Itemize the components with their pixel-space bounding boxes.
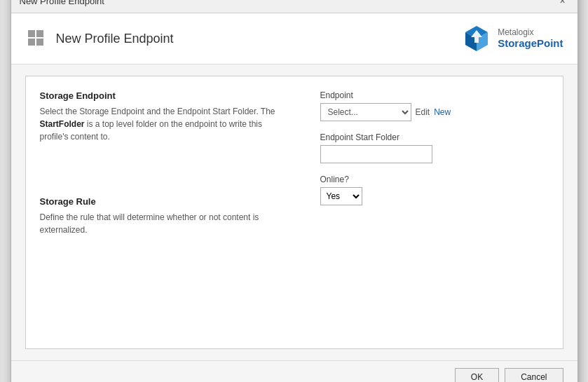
endpoint-start-folder-field-group: Endpoint Start Folder xyxy=(320,132,549,163)
brand-text: Metalogix StoragePoint xyxy=(498,27,563,50)
close-button[interactable]: × xyxy=(556,0,569,7)
storage-endpoint-section: Storage Endpoint Select the Storage Endp… xyxy=(40,90,292,143)
endpoint-label: Endpoint xyxy=(320,90,549,100)
dialog-header: New Profile Endpoint Metalogix StoragePo… xyxy=(11,13,577,64)
endpoint-row: Select... Edit New xyxy=(320,103,549,121)
new-profile-endpoint-dialog: New Profile Endpoint × New Profile Endpo… xyxy=(11,0,578,382)
title-bar: New Profile Endpoint × xyxy=(11,0,577,13)
online-label: Online? xyxy=(320,175,549,184)
new-link[interactable]: New xyxy=(434,107,451,117)
start-folder-bold: StartFolder xyxy=(40,119,85,129)
brand-name: Metalogix xyxy=(498,27,563,37)
title-bar-text: New Profile Endpoint xyxy=(20,0,104,6)
endpoint-select[interactable]: Select... xyxy=(320,103,411,121)
svg-rect-0 xyxy=(28,30,35,37)
dialog-header-icon xyxy=(25,27,48,50)
svg-rect-1 xyxy=(36,30,43,37)
dialog-header-left: New Profile Endpoint xyxy=(25,27,174,50)
online-field-group: Online? Yes No xyxy=(320,175,549,205)
endpoint-field-group: Endpoint Select... Edit New xyxy=(320,90,549,121)
content-box: Storage Endpoint Select the Storage Endp… xyxy=(25,76,563,349)
brand-logo: Metalogix StoragePoint xyxy=(461,23,563,54)
svg-rect-3 xyxy=(36,39,43,46)
edit-link[interactable]: Edit xyxy=(416,107,430,117)
dialog-title: New Profile Endpoint xyxy=(56,32,174,46)
desc-text-1: Select the Storage Endpoint and the Endp… xyxy=(40,107,275,116)
endpoint-start-folder-input[interactable] xyxy=(320,145,432,163)
cancel-button[interactable]: Cancel xyxy=(505,368,563,382)
online-select[interactable]: Yes No xyxy=(320,187,362,205)
storage-rule-title: Storage Rule xyxy=(40,196,292,207)
right-panel: Endpoint Select... Edit New Endpoint Sta… xyxy=(320,90,549,334)
ok-button[interactable]: OK xyxy=(455,368,499,382)
storage-endpoint-title: Storage Endpoint xyxy=(40,90,292,101)
svg-rect-2 xyxy=(28,39,35,46)
brand-cube-icon xyxy=(461,23,492,54)
dialog-footer: OK Cancel xyxy=(11,360,577,382)
svg-rect-9 xyxy=(474,37,479,43)
left-panel: Storage Endpoint Select the Storage Endp… xyxy=(40,90,292,334)
brand-product: StoragePoint xyxy=(498,37,563,50)
endpoint-start-folder-label: Endpoint Start Folder xyxy=(320,132,549,142)
storage-rule-desc: Define the rule that will determine whet… xyxy=(40,211,278,236)
storage-endpoint-desc: Select the Storage Endpoint and the Endp… xyxy=(40,105,278,143)
storage-rule-section: Storage Rule Define the rule that will d… xyxy=(40,196,292,236)
dialog-body: Storage Endpoint Select the Storage Endp… xyxy=(11,64,577,360)
